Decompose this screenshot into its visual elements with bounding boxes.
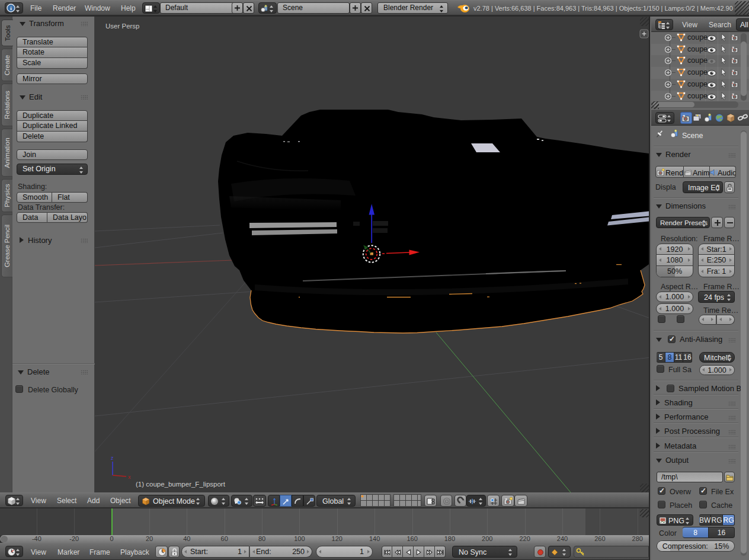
svg-text:z: z [111, 455, 114, 461]
svg-text:(1) coupe_bumper_F_lipsport: (1) coupe_bumper_F_lipsport [136, 481, 226, 488]
svg-text:x: x [128, 474, 131, 480]
svg-text:User Persp: User Persp [105, 23, 140, 30]
